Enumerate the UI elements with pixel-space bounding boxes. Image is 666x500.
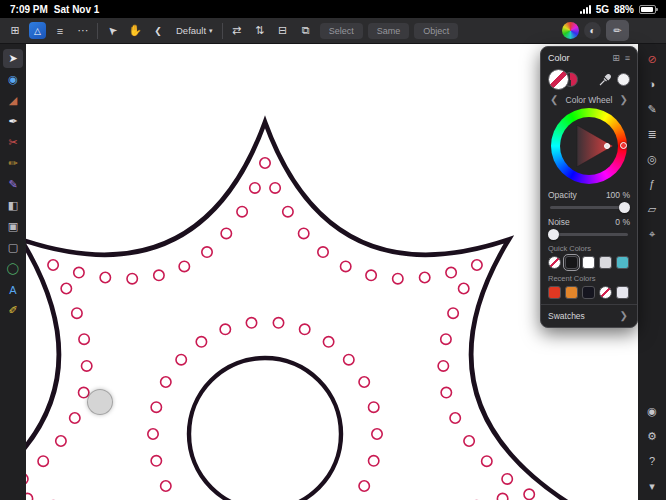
preset-label: Default xyxy=(176,25,206,36)
secondary-color-swatch[interactable] xyxy=(617,73,630,86)
top-toolbar: ⊞ △ ≡ ⋯ ➤ ✋ ❮ Default ▾ ⇄ ⇅ ⊟ ⧉ Select S… xyxy=(0,18,666,44)
shape-tool[interactable]: ▢ xyxy=(3,238,23,257)
opacity-knob[interactable] xyxy=(619,202,630,213)
account-icon[interactable]: ◉ xyxy=(643,403,661,419)
battery-icon xyxy=(639,5,656,14)
recent-colors-row xyxy=(548,286,630,299)
transform-studio-icon[interactable]: ▱ xyxy=(643,201,661,217)
status-bar: 7:09 PM Sat Nov 1 5G 88% xyxy=(0,0,666,18)
stroke-studio-icon[interactable]: ⊘ xyxy=(643,51,661,67)
quick-color-3[interactable] xyxy=(599,256,612,269)
noise-label: Noise xyxy=(548,217,570,227)
brush-tool[interactable]: ✎ xyxy=(3,175,23,194)
pan-hand-icon[interactable]: ✋ xyxy=(126,22,144,40)
edit-persona-selected[interactable]: ✏ xyxy=(606,20,629,41)
object-button[interactable]: Object xyxy=(414,23,458,39)
panel-menu-icon[interactable]: ≡ xyxy=(625,53,630,63)
brush-studio-icon[interactable]: ✎ xyxy=(643,101,661,117)
quick-color-4[interactable] xyxy=(616,256,629,269)
note-tool[interactable]: ✐ xyxy=(3,301,23,320)
color-wheel[interactable] xyxy=(551,108,627,184)
clock: 7:09 PM xyxy=(10,4,48,15)
menu-icon[interactable]: ≡ xyxy=(51,22,69,40)
panel-title: Color xyxy=(548,53,570,63)
ellipse-tool[interactable]: ◯ xyxy=(3,259,23,278)
settings-icon[interactable]: ⚙ xyxy=(643,428,661,444)
same-button[interactable]: Same xyxy=(368,23,410,39)
noise-value: 0 % xyxy=(615,217,630,227)
chevron-down-icon: ▾ xyxy=(209,27,213,35)
crop-tool[interactable]: ▣ xyxy=(3,217,23,236)
quick-color-0[interactable] xyxy=(548,256,561,269)
app-window: 7:09 PM Sat Nov 1 5G 88% ⊞ △ ≡ ⋯ ➤ ✋ ❮ D… xyxy=(0,0,666,500)
recent-colors-label: Recent Colors xyxy=(548,274,630,283)
color-mode-label: Color Wheel xyxy=(566,95,613,105)
navigator-studio-icon[interactable]: ⌖ xyxy=(643,226,661,242)
quick-colors-label: Quick Colors xyxy=(548,244,630,253)
color-wheel-persona-icon[interactable] xyxy=(562,22,579,39)
recent-color-1[interactable] xyxy=(565,286,578,299)
align-icon[interactable]: ⊟ xyxy=(274,22,292,40)
flip-vertical-icon[interactable]: ⇅ xyxy=(251,22,269,40)
hue-selector-dot[interactable] xyxy=(620,142,627,149)
duplicate-icon[interactable]: ⧉ xyxy=(297,22,315,40)
opacity-label: Opacity xyxy=(548,190,577,200)
mode-next-icon[interactable]: ❯ xyxy=(618,94,630,105)
tool-strip: ➤◉◢✒✂✏✎◧▣▢◯A✐ xyxy=(0,44,26,500)
back-chevron-icon[interactable]: ❮ xyxy=(149,22,167,40)
quick-color-1[interactable] xyxy=(565,256,578,269)
more-icon[interactable]: ⋯ xyxy=(74,22,92,40)
knife-tool[interactable]: ✂ xyxy=(3,133,23,152)
recent-color-4[interactable] xyxy=(616,286,629,299)
mode-prev-icon[interactable]: ❮ xyxy=(548,94,560,105)
studio-strip: ⊘◑✎≣◎ƒ▱⌖ ◉⚙?▾ xyxy=(638,44,666,500)
select-button[interactable]: Select xyxy=(320,23,363,39)
help-icon[interactable]: ? xyxy=(643,453,661,469)
select-cursor-icon[interactable]: ➤ xyxy=(99,18,124,43)
divider xyxy=(222,23,223,39)
swatches-row[interactable]: Swatches ❯ xyxy=(541,304,637,327)
network-type: 5G xyxy=(596,4,609,15)
noise-knob[interactable] xyxy=(548,229,559,240)
pencil-tool[interactable]: ✏ xyxy=(3,154,23,173)
eyedropper-icon[interactable] xyxy=(598,73,612,87)
effects-studio-icon[interactable]: ƒ xyxy=(643,176,661,192)
contrast-persona-icon[interactable]: ◐ xyxy=(584,22,601,39)
recent-color-0[interactable] xyxy=(548,286,561,299)
date: Sat Nov 1 xyxy=(54,4,100,15)
color-studio-icon[interactable]: ◑ xyxy=(643,76,661,92)
home-grid-icon[interactable]: ⊞ xyxy=(6,22,24,40)
move-tool[interactable]: ➤ xyxy=(3,49,23,68)
signal-icon xyxy=(580,5,591,14)
swatches-label: Swatches xyxy=(548,311,585,321)
battery-percent: 88% xyxy=(614,4,634,15)
pencil-icon: ✏ xyxy=(609,22,626,39)
recent-color-3[interactable] xyxy=(599,286,612,299)
noise-slider[interactable] xyxy=(550,233,628,236)
corner-tool[interactable]: ◢ xyxy=(3,91,23,110)
fill-swatch[interactable] xyxy=(548,69,569,90)
flip-horizontal-icon[interactable]: ⇄ xyxy=(228,22,246,40)
saturation-selector-dot[interactable] xyxy=(604,143,610,149)
recent-color-2[interactable] xyxy=(582,286,595,299)
node-tool[interactable]: ◉ xyxy=(3,70,23,89)
quick-color-2[interactable] xyxy=(582,256,595,269)
quick-colors-row xyxy=(548,256,630,269)
panel-grid-icon[interactable]: ⊞ xyxy=(612,53,620,63)
collapse-icon[interactable]: ▾ xyxy=(643,478,661,494)
pen-tool[interactable]: ✒ xyxy=(3,112,23,131)
preset-dropdown[interactable]: Default ▾ xyxy=(172,23,217,38)
text-tool[interactable]: A xyxy=(3,280,23,299)
opacity-value: 100 % xyxy=(606,190,630,200)
adjustment-studio-icon[interactable]: ◎ xyxy=(643,151,661,167)
designer-app-icon[interactable]: △ xyxy=(29,22,46,39)
divider xyxy=(97,23,98,39)
layers-studio-icon[interactable]: ≣ xyxy=(643,126,661,142)
color-panel: Color ⊞ ≡ ❮ Color Wheel ❯ xyxy=(540,46,638,328)
swatches-chevron-icon: ❯ xyxy=(618,310,630,321)
touch-indicator xyxy=(87,389,113,415)
opacity-slider[interactable] xyxy=(550,206,628,209)
fill-tool[interactable]: ◧ xyxy=(3,196,23,215)
